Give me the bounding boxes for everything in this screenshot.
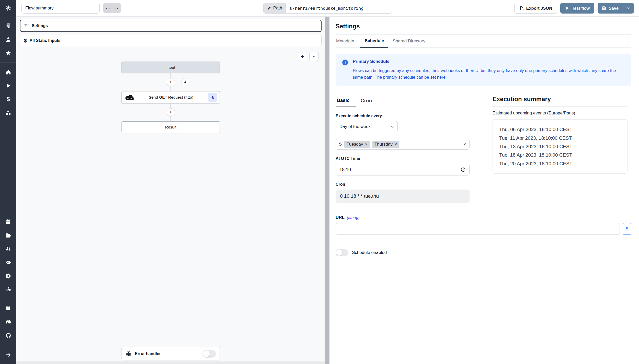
workers-robot-icon[interactable] (5, 286, 11, 292)
all-static-inputs-button[interactable]: $ All Static Inputs (20, 35, 322, 46)
info-title: Primary Schedule (353, 59, 625, 64)
select-handle-icon (338, 142, 342, 146)
remove-day-icon[interactable]: × (395, 142, 397, 146)
docs-book-icon[interactable] (5, 305, 11, 311)
clock-icon[interactable] (461, 167, 466, 172)
undo-icon (106, 6, 110, 10)
url-label: URL (336, 215, 345, 220)
panel-splitter[interactable] (325, 17, 329, 364)
redo-button[interactable] (112, 3, 121, 13)
topbar-actions: Export JSON Test flow Save (514, 3, 634, 14)
flow-canvas[interactable]: + - Input + (16, 46, 325, 364)
discord-icon[interactable] (5, 319, 11, 325)
lightning-icon (183, 80, 187, 85)
utc-time-label: At UTC Time (336, 156, 470, 161)
day-tag-label: Tuesday (347, 142, 363, 147)
save-more-options-button[interactable] (623, 3, 634, 14)
undo-button[interactable] (103, 3, 112, 13)
add-step-button[interactable]: + (167, 78, 175, 87)
tab-shared-directory[interactable]: Shared Directory (388, 35, 430, 47)
add-step-button[interactable]: + (167, 108, 175, 117)
github-icon[interactable] (5, 332, 11, 338)
tab-schedule[interactable]: Schedule (360, 35, 389, 48)
connector-bottom: + (122, 103, 220, 121)
export-json-button[interactable]: Export JSON (514, 3, 557, 14)
input-node[interactable]: Input (122, 62, 220, 73)
schedule-mode-tabs: Basic Cron (336, 96, 470, 107)
save-icon (602, 6, 606, 10)
settings-panel: Settings Metadata Schedule Shared Direct… (329, 17, 639, 364)
chevron-down-icon (626, 6, 631, 10)
folders-icon[interactable] (5, 232, 11, 238)
schedules-calendar-icon[interactable] (5, 219, 11, 225)
cron-label: Cron (336, 182, 470, 187)
variables-dollar-icon[interactable]: $ (5, 96, 11, 102)
execution-summary-title: Execution summary (493, 96, 627, 107)
sidebar-tools-section (0, 212, 16, 299)
path-label[interactable]: Path (264, 3, 286, 13)
execute-every-label: Execute schedule every (336, 114, 470, 118)
schedule-enabled-toggle[interactable] (336, 249, 348, 256)
url-input[interactable] (336, 223, 620, 235)
expand-arrow-icon[interactable] (5, 351, 11, 358)
groups-users-gear-icon[interactable] (5, 246, 11, 252)
undo-redo-group (103, 3, 121, 13)
resources-cubes-icon[interactable] (5, 110, 11, 116)
zoom-in-button[interactable]: + (298, 52, 307, 61)
bug-icon (126, 351, 132, 357)
frequency-select[interactable]: Day of the week (336, 121, 398, 132)
schedule-enabled-row: Schedule enabled (336, 249, 631, 256)
content-row: Settings $ All Static Inputs + - Input (16, 17, 639, 364)
cron-expression-field: 0 10 18 * * tue,thu (336, 190, 470, 203)
toggle-knob (336, 250, 342, 256)
day-tag-thursday: Thursday × (372, 141, 399, 148)
error-handler-node[interactable]: Error handler (122, 347, 220, 360)
save-label: Save (609, 6, 619, 11)
workspace-icon[interactable] (5, 23, 11, 29)
flow-settings-label: Settings (32, 24, 48, 28)
tab-metadata[interactable]: Metadata (336, 35, 360, 47)
sidebar-expand-section (0, 345, 16, 364)
tab-cron[interactable]: Cron (356, 96, 377, 107)
utc-time-input[interactable] (339, 167, 391, 172)
step-node-http[interactable]: HTTP Send GET Request (http) a (122, 91, 220, 103)
insert-variable-dollar-button[interactable]: $ (623, 223, 631, 235)
file-export-icon (519, 6, 524, 10)
settings-gear-icon[interactable] (5, 273, 11, 279)
home-icon[interactable] (5, 69, 11, 75)
favorites-star-icon[interactable] (5, 50, 11, 56)
path-input[interactable] (286, 3, 392, 13)
frequency-value: Day of the week (339, 124, 371, 129)
test-flow-button[interactable]: Test flow (560, 3, 594, 14)
connector-top: + (122, 73, 220, 91)
zoom-out-button[interactable]: - (309, 52, 318, 61)
result-node[interactable]: Result (122, 121, 220, 133)
trigger-bolt-button[interactable] (181, 78, 189, 87)
user-icon[interactable] (5, 36, 11, 42)
schedule-grid: Basic Cron Execute schedule every Day of… (336, 96, 631, 203)
play-icon (565, 6, 569, 10)
days-multiselect[interactable]: Tuesday × Thursday × × (336, 139, 470, 150)
remove-day-icon[interactable]: × (365, 142, 368, 146)
save-button[interactable]: Save (598, 3, 623, 14)
step-node-label: Send GET Request (http) (134, 95, 208, 100)
error-handler-toggle[interactable] (203, 350, 216, 358)
url-input-row: $ (336, 223, 631, 235)
windmill-logo[interactable] (0, 0, 16, 16)
app-sidebar: $ (0, 0, 16, 364)
flow-settings-button[interactable]: Settings (20, 20, 322, 32)
schedule-enabled-label: Schedule enabled (352, 250, 387, 255)
http-cloud-icon: HTTP (124, 94, 134, 101)
flow-summary-input[interactable] (21, 3, 100, 14)
main-column: Path Export JSON Test flow Save (16, 0, 639, 364)
dollar-icon: $ (24, 38, 27, 43)
day-tag-tuesday: Tuesday × (344, 141, 370, 148)
flow-panel: Settings $ All Static Inputs + - Input (16, 17, 325, 364)
event-row: Thu, 06 Apr 2023, 18:10:00 CEST (499, 125, 623, 134)
runs-play-icon[interactable] (5, 83, 11, 89)
event-row: Thu, 20 Apr 2023, 18:10:00 CEST (499, 159, 623, 168)
tab-basic[interactable]: Basic (336, 96, 356, 107)
audit-logs-eye-icon[interactable] (5, 259, 11, 265)
primary-schedule-info-box: Primary Schedule Flows can be triggered … (336, 54, 631, 86)
clear-selection-icon[interactable]: × (463, 142, 466, 147)
